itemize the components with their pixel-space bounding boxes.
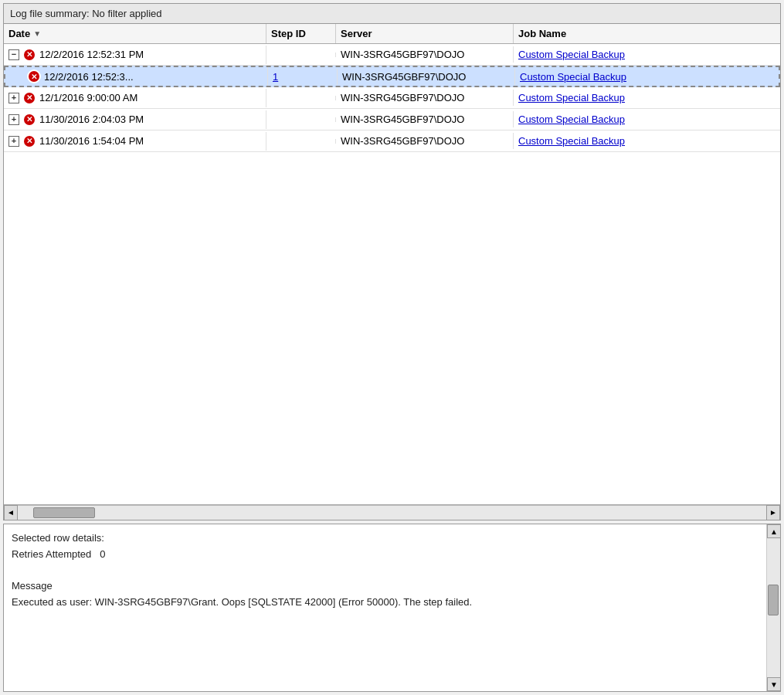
stepid-col-label: Step ID — [271, 28, 306, 39]
cell-date-4[interactable]: + 11/30/2016 2:04:03 PM — [4, 110, 266, 129]
cell-date-2[interactable]: 12/2/2016 12:52:3... — [5, 67, 268, 86]
cell-jobname-5[interactable]: Custom Special Backup — [514, 133, 780, 149]
scroll-track[interactable] — [18, 505, 766, 520]
date-value-1: 12/2/2016 12:52:31 PM — [39, 49, 144, 60]
date-value-5: 11/30/2016 1:54:04 PM — [39, 135, 144, 147]
retries-line: Retries Attempted 0 — [12, 547, 759, 563]
cell-jobname-1[interactable]: Custom Special Backup — [514, 46, 780, 63]
cell-date-5[interactable]: + 11/30/2016 1:54:04 PM — [4, 132, 266, 151]
table-row[interactable]: + 11/30/2016 2:04:03 PM WIN-3SRG45GBF97\… — [4, 109, 780, 131]
scroll-left-button[interactable]: ◄ — [4, 505, 18, 520]
vertical-scrollbar: ▲ ▼ — [766, 524, 780, 691]
left-arrow-icon: ◄ — [7, 508, 15, 517]
cell-jobname-4[interactable]: Custom Special Backup — [514, 111, 780, 127]
error-icon-4 — [22, 113, 36, 127]
col-date-header[interactable]: Date ▼ — [4, 24, 266, 43]
table-body: − 12/2/2016 12:52:31 PM WIN-3SRG45GBF97\… — [4, 44, 780, 504]
details-content: Selected row details: Retries Attempted … — [4, 524, 766, 691]
col-stepid-header[interactable]: Step ID — [266, 24, 336, 43]
log-panel: Log file summary: No filter applied Date… — [3, 3, 781, 520]
error-icon-1 — [22, 48, 36, 62]
right-arrow-icon: ► — [769, 508, 777, 517]
error-icon-5 — [22, 134, 36, 148]
v-scroll-track[interactable] — [767, 538, 780, 677]
scroll-right-button[interactable]: ► — [766, 505, 780, 520]
date-col-label: Date — [8, 28, 30, 39]
date-value-3: 12/1/2016 9:00:00 AM — [39, 92, 137, 103]
cell-stepid-5 — [266, 139, 336, 144]
date-value-4: 11/30/2016 2:04:03 PM — [39, 114, 144, 125]
details-panel: Selected row details: Retries Attempted … — [3, 524, 781, 692]
error-icon-2 — [27, 70, 41, 83]
log-header-text: Log file summary: No filter applied — [10, 8, 162, 19]
retries-value: 0 — [100, 548, 105, 560]
cell-stepid-1 — [266, 53, 336, 57]
cell-stepid-2[interactable]: 1 — [268, 69, 338, 85]
table-row[interactable]: − 12/2/2016 12:52:31 PM WIN-3SRG45GBF97\… — [4, 44, 780, 66]
up-arrow-icon: ▲ — [770, 527, 778, 536]
cell-server-4: WIN-3SRG45GBF97\DOJO — [336, 111, 514, 127]
table-row[interactable]: 12/2/2016 12:52:3... 1 WIN-3SRG45GBF97\D… — [4, 66, 780, 87]
date-value-2: 12/2/2016 12:52:3... — [44, 71, 134, 83]
cell-date-3[interactable]: + 12/1/2016 9:00:00 AM — [4, 89, 266, 107]
message-label: Message — [12, 578, 759, 595]
scroll-up-button[interactable]: ▲ — [767, 524, 781, 538]
cell-server-3: WIN-3SRG45GBF97\DOJO — [336, 90, 514, 106]
error-icon-3 — [22, 91, 36, 105]
details-title: Selected row details: — [12, 531, 759, 547]
down-arrow-icon: ▼ — [770, 680, 778, 689]
message-text: Executed as user: WIN-3SRG45GBF97\Grant.… — [12, 595, 759, 611]
horizontal-scrollbar: ◄ ► — [4, 504, 780, 520]
cell-jobname-3[interactable]: Custom Special Backup — [514, 90, 780, 106]
col-jobname-header[interactable]: Job Name — [514, 24, 780, 43]
scroll-thumb[interactable] — [33, 507, 95, 518]
cell-jobname-2[interactable]: Custom Special Backup — [515, 69, 779, 85]
log-header: Log file summary: No filter applied — [4, 4, 780, 24]
cell-stepid-3 — [266, 96, 336, 100]
table-header: Date ▼ Step ID Server Job Name — [4, 24, 780, 44]
cell-server-5: WIN-3SRG45GBF97\DOJO — [336, 133, 514, 149]
filter-icon[interactable]: ▼ — [33, 29, 41, 38]
expand-button-5[interactable]: + — [8, 136, 19, 147]
scroll-down-button[interactable]: ▼ — [767, 677, 781, 691]
v-scroll-thumb[interactable] — [768, 585, 779, 615]
retries-label: Retries Attempted — [12, 548, 91, 560]
table-area: Date ▼ Step ID Server Job Name − — [4, 24, 780, 520]
expand-button-4[interactable]: + — [8, 114, 19, 125]
table-row[interactable]: + 11/30/2016 1:54:04 PM WIN-3SRG45GBF97\… — [4, 131, 780, 152]
cell-stepid-4 — [266, 117, 336, 122]
expand-button-3[interactable]: + — [8, 93, 19, 103]
cell-server-1: WIN-3SRG45GBF97\DOJO — [336, 46, 514, 63]
collapse-button-1[interactable]: − — [8, 49, 19, 60]
table-row[interactable]: + 12/1/2016 9:00:00 AM WIN-3SRG45GBF97\D… — [4, 87, 780, 109]
cell-date-1[interactable]: − 12/2/2016 12:52:31 PM — [4, 46, 266, 64]
jobname-col-label: Job Name — [518, 28, 566, 39]
server-col-label: Server — [341, 28, 372, 39]
cell-server-2: WIN-3SRG45GBF97\DOJO — [338, 69, 515, 85]
col-server-header[interactable]: Server — [336, 24, 514, 43]
